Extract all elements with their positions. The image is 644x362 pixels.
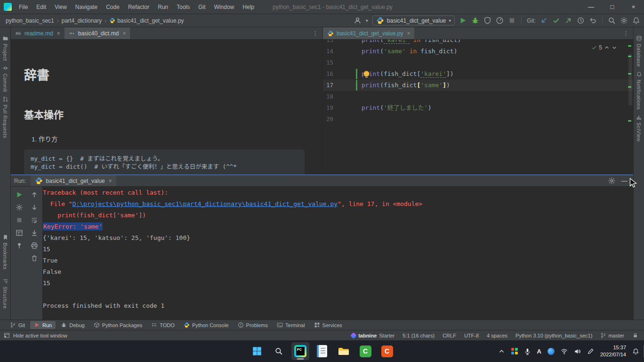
stripe-item-sciview[interactable]: SciView xyxy=(636,114,642,142)
menu-view[interactable]: View xyxy=(50,0,71,14)
code-line-18[interactable]: 18 xyxy=(323,91,633,102)
tab-options-kebab-icon[interactable]: ⋮ xyxy=(308,30,322,37)
editor-tab-readme-md[interactable]: readme.md× xyxy=(11,27,64,39)
code-line-13[interactable]: 13print('karei' in fish_dict) xyxy=(323,40,633,46)
git-update-button[interactable] xyxy=(540,16,548,25)
menu-code[interactable]: Code xyxy=(102,0,124,14)
code-line-20[interactable]: 20 xyxy=(323,114,633,125)
caret-position-widget[interactable]: 5:1 (16 chars) xyxy=(402,333,435,338)
run-tab[interactable]: basic41_dict_get_value × xyxy=(31,175,116,186)
debug-button[interactable] xyxy=(471,16,479,25)
line-number[interactable]: 13 xyxy=(323,40,362,46)
microphone-tray-icon[interactable] xyxy=(524,348,531,355)
run-button[interactable] xyxy=(459,16,467,25)
menu-navigate[interactable]: Navigate xyxy=(71,0,102,14)
line-separator-widget[interactable]: CRLF xyxy=(443,333,456,338)
menu-git[interactable]: Git xyxy=(194,0,209,14)
run-settings-gear-icon[interactable] xyxy=(608,177,616,185)
line-number[interactable]: 20 xyxy=(323,114,362,125)
layout-icon[interactable] xyxy=(16,229,23,237)
editor-scrollbar[interactable] xyxy=(628,54,632,106)
run-console-output[interactable]: Traceback (most recent call last): File … xyxy=(43,187,633,320)
code-line-15[interactable]: 15 xyxy=(323,57,633,68)
minimize-window-button[interactable]: — xyxy=(580,0,602,14)
code-line-14[interactable]: 14print('same' in fish_dict) xyxy=(323,46,633,57)
stop-icon[interactable] xyxy=(16,216,23,224)
code-line-17[interactable]: 17print(fish_dict['same']) xyxy=(323,80,633,91)
menu-help[interactable]: Help xyxy=(238,0,258,14)
editor-tab-basic40-dict-md[interactable]: basic40_dict.md× xyxy=(64,27,130,39)
breadcrumb-item-part4-dictionary[interactable]: part4_dictionary xyxy=(62,17,102,24)
profiler-button[interactable] xyxy=(496,16,504,25)
history-button[interactable] xyxy=(577,16,585,25)
line-number[interactable]: 16 xyxy=(323,68,362,80)
green-c-app-taskbar-button[interactable]: C xyxy=(356,342,374,360)
coverage-button[interactable] xyxy=(483,16,491,25)
close-run-tab-icon[interactable]: × xyxy=(109,178,112,184)
clear-icon[interactable] xyxy=(31,255,38,262)
stripe-item-project[interactable]: Project xyxy=(2,35,8,61)
menu-run[interactable]: Run xyxy=(153,0,172,14)
stacktrace-file-link[interactable]: D:\projects\python_basic_sec1\part4_dict… xyxy=(72,200,338,207)
line-number[interactable]: 18 xyxy=(323,91,362,102)
stop-button[interactable] xyxy=(508,16,516,25)
encoding-widget[interactable]: UTF-8 xyxy=(464,333,479,338)
pin-icon[interactable] xyxy=(16,242,23,249)
pycharm-taskbar-button[interactable]: PC xyxy=(291,342,309,360)
hide-tool-window-button[interactable]: — xyxy=(621,177,628,184)
git-branch-widget[interactable]: master xyxy=(600,332,624,338)
scroll-end-icon[interactable] xyxy=(31,229,38,237)
user-chevron-down-icon[interactable]: ▾ xyxy=(366,18,368,23)
tray-app-icon[interactable] xyxy=(511,348,518,354)
menu-file[interactable]: File xyxy=(15,0,32,14)
down-stack-icon[interactable] xyxy=(31,204,38,211)
rollback-button[interactable] xyxy=(589,16,597,25)
stripe-item-bookmarks[interactable]: Bookmarks xyxy=(2,234,8,270)
orange-c-app-taskbar-button[interactable]: C xyxy=(378,342,396,360)
menu-edit[interactable]: Edit xyxy=(32,0,50,14)
close-tab-icon[interactable]: × xyxy=(122,30,126,37)
line-number[interactable]: 17 xyxy=(323,80,362,91)
notepad-taskbar-button[interactable] xyxy=(313,342,331,360)
rerun-icon[interactable] xyxy=(16,191,23,198)
code-line-19[interactable]: 19print('終了しました') xyxy=(323,102,633,114)
close-tab-icon[interactable]: × xyxy=(57,30,60,37)
tab-options-kebab-icon[interactable]: ⋮ xyxy=(619,30,633,37)
maximize-window-button[interactable]: □ xyxy=(602,0,623,14)
up-stack-icon[interactable] xyxy=(31,191,38,198)
toolwindow-button-python-packages[interactable]: Python Packages xyxy=(90,321,146,329)
toolwindow-button-services[interactable]: Services xyxy=(310,321,346,329)
soft-wrap-icon[interactable] xyxy=(31,216,38,224)
menu-tools[interactable]: Tools xyxy=(172,0,194,14)
close-tab-icon[interactable]: × xyxy=(407,30,410,37)
hidden-icons-chevron[interactable] xyxy=(498,348,505,355)
ime-mode-indicator[interactable]: A xyxy=(537,348,541,355)
toolwindow-button-git[interactable]: Git xyxy=(6,321,29,329)
line-number[interactable]: 15 xyxy=(323,57,362,68)
git-push-button[interactable] xyxy=(564,16,572,25)
settings-icon[interactable] xyxy=(16,204,23,211)
close-window-button[interactable]: × xyxy=(623,0,644,14)
stripe-item-pull-requests[interactable]: Pull Requests xyxy=(2,96,8,138)
user-account-icon[interactable] xyxy=(354,16,362,25)
print-icon[interactable] xyxy=(31,242,38,249)
line-number[interactable]: 14 xyxy=(323,46,362,57)
toolwindow-button-debug[interactable]: Debug xyxy=(57,321,88,329)
inspections-widget[interactable]: 5 xyxy=(591,44,617,51)
stripe-item-notifications[interactable]: Notifications xyxy=(636,71,642,110)
taskbar-search-button[interactable] xyxy=(270,342,288,360)
run-configuration-select[interactable]: basic41_dict_get_value ▾ xyxy=(372,16,455,25)
prev-problem-icon[interactable] xyxy=(604,45,610,50)
toolwindow-button-terminal[interactable]: Terminal xyxy=(273,321,309,329)
settings-gear-icon[interactable] xyxy=(620,16,628,25)
stripe-item-commit[interactable]: Commit xyxy=(2,65,8,92)
indent-widget[interactable]: 4 spaces xyxy=(487,333,507,338)
breadcrumb-item-basic41-dict-get-value-py[interactable]: basic41_dict_get_value.py xyxy=(109,17,184,24)
interpreter-widget[interactable]: Python 3.10 (python_basic_sec1) xyxy=(515,333,592,338)
intention-bulb-icon[interactable] xyxy=(363,71,370,77)
start-button[interactable] xyxy=(248,342,266,360)
line-number[interactable]: 19 xyxy=(323,102,362,114)
stripe-item-structure[interactable]: Structure xyxy=(2,278,8,309)
toolwindow-button-todo[interactable]: TODO xyxy=(147,321,178,329)
taskbar-clock[interactable]: 15:37 2022/07/14 xyxy=(600,344,626,358)
